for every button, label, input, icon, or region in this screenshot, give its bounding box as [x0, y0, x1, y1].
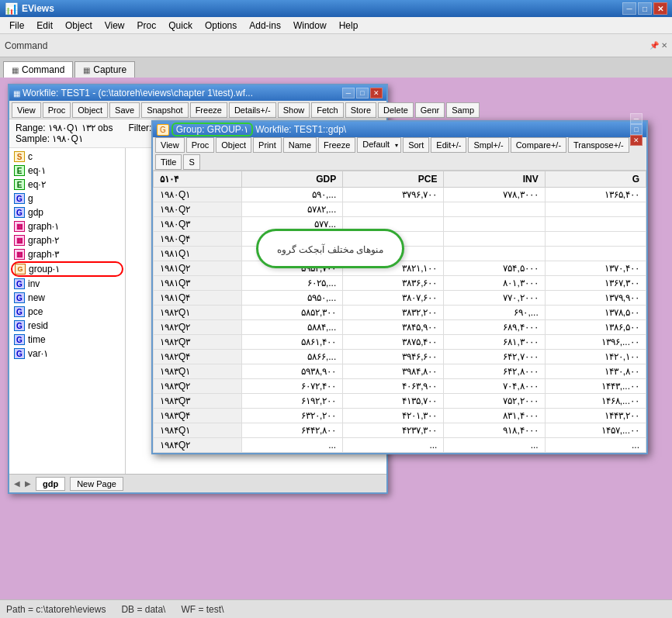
grp-btn-print[interactable]: Print [253, 137, 282, 153]
grp-dropdown-default[interactable]: Default▾ [357, 137, 401, 153]
workfile-close[interactable]: ✕ [370, 88, 383, 98]
cell-value: ۸۰۱,۳۰۰۰ [444, 276, 545, 291]
nav-right[interactable]: ▶ [25, 479, 31, 488]
menu-object[interactable]: Object [59, 19, 99, 33]
list-item-graph2[interactable]: ▦ graph·۲ [11, 233, 123, 247]
grp-btn-edit[interactable]: Edit+/- [431, 137, 466, 153]
cell-value: ۱۳۹۶,...۰۰ [545, 335, 646, 350]
table-row: ۱۹۸۰Q۲۵۷۸۲,... [154, 202, 646, 217]
menu-quick[interactable]: Quick [162, 19, 199, 33]
cell-value [343, 202, 444, 217]
workfile-title: Workfile: TEST1 - (c:\tatoreh\eviews\cha… [23, 88, 253, 98]
grp-btn-compare[interactable]: Compare+/- [511, 137, 566, 153]
cell-value: ۵۷۸۲,... [241, 202, 342, 217]
table-row: ۱۹۸۳Q۴۶۳۲۰,۲۰۰۴۲۰۱,۳۰۰۸۳۱,۴۰۰۰۱۴۴۳,۲۰۰ [154, 409, 646, 423]
workfile-minimize[interactable]: ─ [342, 88, 355, 98]
item-label-graph1: graph·۱ [28, 221, 59, 232]
btn-save[interactable]: Save [109, 102, 140, 118]
table-row: ۱۹۸۱Q۲۵۹۵۲,۷۰۰۳۸۲۱,۱۰۰۷۵۴,۵۰۰۰۱۳۷۰,۴۰۰ [154, 261, 646, 276]
grp-btn-view[interactable]: View [155, 137, 185, 153]
close-button[interactable]: ✕ [653, 2, 667, 15]
grp-btn-proc[interactable]: Proc [186, 137, 215, 153]
grp-btn-smpl[interactable]: Smpl+/- [468, 137, 508, 153]
grp-btn-s[interactable]: S [183, 154, 199, 170]
cell-value: ۱۴۳۰,۸۰۰ [545, 364, 646, 379]
list-item-resid[interactable]: G resid [11, 319, 123, 333]
cell-value: ۷۷۰,۲۰۰۰ [444, 291, 545, 306]
group-maximize[interactable]: □ [630, 124, 643, 135]
cell-value: ۶۹۰,... [444, 306, 545, 320]
list-item-group1[interactable]: G group·۱ [11, 261, 123, 277]
grp-btn-transpose[interactable]: Transpose+/- [568, 137, 629, 153]
btn-samp[interactable]: Samp [446, 102, 480, 118]
btn-view[interactable]: View [12, 102, 41, 118]
btn-genr[interactable]: Genr [415, 102, 445, 118]
grp-btn-sort[interactable]: Sort [403, 137, 429, 153]
list-item-gdp[interactable]: G gdp [11, 205, 123, 219]
list-item-pce[interactable]: G pce [11, 305, 123, 319]
list-item-graph1[interactable]: ▦ graph·۱ [11, 219, 123, 233]
item-label-graph2: graph·۲ [28, 235, 59, 246]
tab-command[interactable]: ▦ Command [3, 61, 73, 78]
btn-object[interactable]: Object [72, 102, 108, 118]
menu-addins[interactable]: Add-ins [243, 19, 287, 33]
page-tab-gdp[interactable]: gdp [36, 477, 65, 491]
btn-fetch[interactable]: Fetch [311, 102, 344, 118]
grp-btn-object[interactable]: Object [216, 137, 251, 153]
list-item-graph3[interactable]: ▦ graph·۳ [11, 247, 123, 261]
table-row: ۱۹۸۰Q۳۵۷۷... [154, 217, 646, 232]
group-close[interactable]: ✕ [630, 135, 643, 146]
workfile-maximize[interactable]: □ [356, 88, 369, 98]
list-item-var1[interactable]: G var·۱ [11, 347, 123, 361]
btn-store[interactable]: Store [345, 102, 376, 118]
cell-value: ۵۹۰,... [241, 188, 342, 202]
list-item-eq1[interactable]: E eq·۱ [11, 164, 123, 178]
menu-proc[interactable]: Proc [131, 19, 163, 33]
page-tab-new[interactable]: New Page [70, 477, 123, 491]
status-wf: WF = test\ [181, 604, 223, 615]
tab-capture[interactable]: ▦ Capture [74, 61, 135, 78]
table-row: ۱۹۸۲Q۱۵۸۵۲,۳۰۰۳۸۳۲,۲۰۰۶۹۰,...۱۳۷۸,۵۰۰ [154, 306, 646, 320]
btn-details[interactable]: Details+/- [229, 102, 276, 118]
cell-value: ... [343, 438, 444, 453]
group-minimize[interactable]: ─ [630, 113, 643, 124]
btn-show[interactable]: Show [278, 102, 310, 118]
menu-file[interactable]: File [3, 19, 30, 33]
list-item-c[interactable]: S c [11, 150, 123, 164]
cell-period: ۱۹۸۰Q۱ [154, 188, 242, 202]
pin-icon[interactable]: 📌 ✕ [649, 41, 667, 50]
list-item-g[interactable]: G g [11, 192, 123, 205]
list-item-new[interactable]: G new [11, 291, 123, 305]
cell-value: ۱۴۴۳,...۰۰ [545, 379, 646, 394]
item-label-inv: inv [28, 278, 40, 289]
item-label-eq1: eq·۱ [28, 165, 46, 176]
list-item-inv[interactable]: G inv [11, 277, 123, 291]
nav-left[interactable]: ◀ [14, 479, 20, 488]
item-icon-c: S [14, 151, 25, 162]
minimize-button[interactable]: ─ [622, 2, 636, 15]
cell-period: ۱۹۸۰Q۴ [154, 232, 242, 247]
btn-proc[interactable]: Proc [43, 102, 71, 118]
cell-value: ۶۰۲۵,... [241, 276, 342, 291]
cell-value: ۶۸۱,۳۰۰۰ [444, 335, 545, 350]
table-row: ۱۹۸۱Q۴۵۹۵۰,...۳۸۰۷,۶۰۰۷۷۰,۲۰۰۰۱۳۷۹,۹۰۰ [154, 291, 646, 306]
menu-edit[interactable]: Edit [30, 19, 59, 33]
menu-help[interactable]: Help [333, 19, 365, 33]
list-item-eq2[interactable]: E eq·۲ [11, 178, 123, 192]
group-workfile-ref: Workfile: TEST1::gdp\ [255, 124, 346, 135]
grp-btn-freeze[interactable]: Freeze [318, 137, 355, 153]
data-table-container[interactable]: ۵۱۰۴ GDP PCE INV G ۱۹۸۰Q۱۵۹۰,...۳۷۹۶,۷۰۰… [153, 171, 646, 453]
data-table: ۵۱۰۴ GDP PCE INV G ۱۹۸۰Q۱۵۹۰,...۳۷۹۶,۷۰۰… [153, 171, 646, 453]
menu-options[interactable]: Options [199, 19, 243, 33]
menu-view[interactable]: View [99, 19, 131, 33]
table-row: ۱۹۸۳Q۳۶۱۹۲,۲۰۰۴۱۳۵,۷۰۰۷۵۲,۲۰۰۰۱۴۶۸,...۰۰ [154, 394, 646, 409]
btn-freeze[interactable]: Freeze [190, 102, 227, 118]
grp-btn-title[interactable]: Title [155, 154, 182, 170]
btn-delete[interactable]: Delete [378, 102, 414, 118]
maximize-button[interactable]: □ [638, 2, 652, 15]
menu-window[interactable]: Window [287, 19, 333, 33]
grp-btn-name[interactable]: Name [283, 137, 317, 153]
list-item-time[interactable]: G time [11, 333, 123, 347]
btn-snapshot[interactable]: Snapshot [141, 102, 188, 118]
table-row: ۱۹۸۰Q۱۵۹۰,...۳۷۹۶,۷۰۰۷۷۸,۳۰۰۰۱۳۶۵,۴۰۰ [154, 188, 646, 202]
